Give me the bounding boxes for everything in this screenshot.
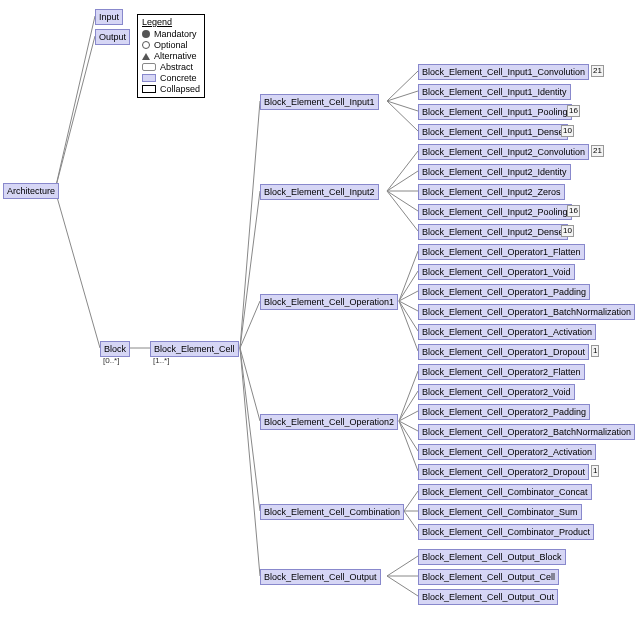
leaf-in1-pooling[interactable]: Block_Element_Cell_Input1_Pooling [418,104,572,120]
concrete-swatch-icon [142,74,156,82]
leaf-op1-activation[interactable]: Block_Element_Cell_Operator1_Activation [418,324,596,340]
svg-line-23 [399,301,418,331]
leaf-in2-pooling[interactable]: Block_Element_Cell_Input2_Pooling [418,204,572,220]
svg-line-30 [399,421,418,471]
svg-line-1 [55,36,95,190]
legend-row-mandatory: Mandatory [142,29,200,39]
card-block: [0..*] [103,356,119,365]
svg-line-13 [387,101,418,131]
leaf-op1-dropout[interactable]: Block_Element_Cell_Operator1_Dropout [418,344,589,360]
svg-line-29 [399,421,418,451]
leaf-op1-padding[interactable]: Block_Element_Cell_Operator1_Padding [418,284,590,300]
legend-row-optional: Optional [142,40,200,50]
node-cell-input1[interactable]: Block_Element_Cell_Input1 [260,94,379,110]
svg-line-0 [55,16,95,190]
node-block-element-cell[interactable]: Block_Element_Cell [150,341,239,357]
count-in2-convolution: 21 [591,145,604,157]
count-in2-dense: 10 [561,225,574,237]
svg-line-5 [240,191,260,348]
triangle-icon [142,53,150,60]
legend-row-collapsed: Collapsed [142,84,200,94]
svg-line-21 [399,291,418,301]
leaf-op1-void[interactable]: Block_Element_Cell_Operator1_Void [418,264,575,280]
node-cell-combination[interactable]: Block_Element_Cell_Combination [260,504,404,520]
leaf-in1-dense[interactable]: Block_Element_Cell_Input1_Dense [418,124,568,140]
svg-line-14 [387,151,418,191]
legend-row-concrete: Concrete [142,73,200,83]
count-op2-dropout: 1 [591,465,599,477]
svg-line-19 [399,251,418,301]
leaf-out-block[interactable]: Block_Element_Cell_Output_Block [418,549,566,565]
svg-line-7 [240,348,260,421]
svg-line-22 [399,301,418,311]
leaf-op1-flatten[interactable]: Block_Element_Cell_Operator1_Flatten [418,244,585,260]
svg-line-6 [240,301,260,348]
svg-line-36 [387,576,418,596]
svg-line-10 [387,71,418,101]
node-cell-input2[interactable]: Block_Element_Cell_Input2 [260,184,379,200]
leaf-in1-identity[interactable]: Block_Element_Cell_Input1_Identity [418,84,571,100]
node-output[interactable]: Output [95,29,130,45]
collapsed-swatch-icon [142,85,156,93]
node-architecture[interactable]: Architecture [3,183,59,199]
legend-row-abstract: Abstract [142,62,200,72]
leaf-comb-product[interactable]: Block_Element_Cell_Combinator_Product [418,524,594,540]
svg-line-18 [387,191,418,231]
svg-line-33 [404,511,418,531]
leaf-in2-dense[interactable]: Block_Element_Cell_Input2_Dense [418,224,568,240]
card-cell: [1..*] [153,356,169,365]
leaf-out-out[interactable]: Block_Element_Cell_Output_Out [418,589,558,605]
legend-title: Legend [142,17,200,27]
count-in1-dense: 10 [561,125,574,137]
svg-line-11 [387,91,418,101]
count-op1-dropout: 1 [591,345,599,357]
node-input[interactable]: Input [95,9,123,25]
leaf-op2-activation[interactable]: Block_Element_Cell_Operator2_Activation [418,444,596,460]
svg-line-17 [387,191,418,211]
svg-line-15 [387,171,418,191]
svg-line-34 [387,556,418,576]
svg-line-28 [399,421,418,431]
legend-row-alternative: Alternative [142,51,200,61]
svg-line-20 [399,271,418,301]
svg-line-4 [240,101,260,348]
node-block[interactable]: Block [100,341,130,357]
legend-box: Legend Mandatory Optional Alternative Ab… [137,14,205,98]
count-in2-pooling: 16 [567,205,580,217]
dot-icon [142,30,150,38]
leaf-comb-sum[interactable]: Block_Element_Cell_Combinator_Sum [418,504,582,520]
svg-line-9 [240,348,260,576]
leaf-in1-convolution[interactable]: Block_Element_Cell_Input1_Convolution [418,64,589,80]
node-cell-operation1[interactable]: Block_Element_Cell_Operation1 [260,294,398,310]
leaf-op2-dropout[interactable]: Block_Element_Cell_Operator2_Dropout [418,464,589,480]
leaf-in2-convolution[interactable]: Block_Element_Cell_Input2_Convolution [418,144,589,160]
abstract-swatch-icon [142,63,156,71]
leaf-comb-concat[interactable]: Block_Element_Cell_Combinator_Concat [418,484,592,500]
leaf-op2-batchnorm[interactable]: Block_Element_Cell_Operator2_BatchNormal… [418,424,635,440]
svg-line-2 [55,190,100,348]
svg-line-24 [399,301,418,351]
count-in1-pooling: 16 [567,105,580,117]
svg-line-25 [399,371,418,421]
leaf-in2-identity[interactable]: Block_Element_Cell_Input2_Identity [418,164,571,180]
leaf-op2-void[interactable]: Block_Element_Cell_Operator2_Void [418,384,575,400]
svg-line-8 [240,348,260,511]
circle-icon [142,41,150,49]
leaf-in2-zeros[interactable]: Block_Element_Cell_Input2_Zeros [418,184,565,200]
svg-line-12 [387,101,418,111]
leaf-out-cell[interactable]: Block_Element_Cell_Output_Cell [418,569,559,585]
svg-line-31 [404,491,418,511]
node-cell-output[interactable]: Block_Element_Cell_Output [260,569,381,585]
svg-line-26 [399,391,418,421]
node-cell-operation2[interactable]: Block_Element_Cell_Operation2 [260,414,398,430]
count-in1-convolution: 21 [591,65,604,77]
leaf-op2-flatten[interactable]: Block_Element_Cell_Operator2_Flatten [418,364,585,380]
leaf-op1-batchnorm[interactable]: Block_Element_Cell_Operator1_BatchNormal… [418,304,635,320]
svg-line-27 [399,411,418,421]
leaf-op2-padding[interactable]: Block_Element_Cell_Operator2_Padding [418,404,590,420]
